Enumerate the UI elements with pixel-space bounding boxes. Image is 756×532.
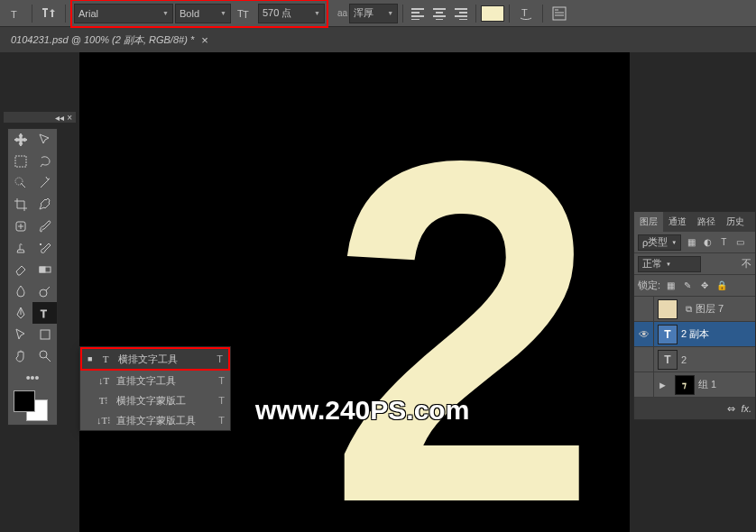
tab-layers[interactable]: 图层 (634, 212, 663, 232)
align-right-button[interactable] (451, 4, 471, 23)
flyout-item-label: 横排文字蒙版工 (116, 394, 186, 408)
quick-select-tool[interactable] (8, 172, 32, 194)
svg-rect-5 (15, 156, 26, 167)
blur-tool[interactable] (8, 280, 32, 302)
artboard-tool[interactable] (32, 129, 57, 151)
brush-tool[interactable] (32, 216, 57, 237)
watermark-text: www.240PS.com (255, 395, 469, 426)
align-left-button[interactable] (408, 4, 428, 23)
lock-label: 锁定: (638, 279, 660, 292)
text-color-swatch[interactable] (481, 5, 504, 22)
layer-name: 组 1 (698, 378, 716, 391)
text-orientation-toggle[interactable] (37, 3, 60, 24)
flyout-horizontal-type[interactable]: ■ T 横排文字工具 T (82, 349, 228, 369)
zoom-tool[interactable] (32, 345, 57, 367)
character-panel-button[interactable] (548, 3, 571, 24)
font-size-icon: TT (233, 3, 256, 24)
align-center-button[interactable] (429, 4, 449, 23)
svg-point-10 (40, 289, 47, 297)
font-weight-dropdown[interactable]: Bold (175, 4, 231, 23)
crop-tool[interactable] (8, 194, 32, 216)
lock-position-icon[interactable]: ✥ (697, 279, 712, 293)
toolbox: T ••• (7, 128, 58, 426)
type-icon: T (98, 353, 113, 364)
antialias-label: aa (337, 8, 347, 18)
font-size-dropdown[interactable]: 570 点 (258, 4, 325, 23)
lasso-tool[interactable] (32, 151, 57, 172)
svg-text:T: T (243, 9, 249, 20)
flyout-item-label: 横排文字工具 (118, 353, 178, 366)
history-brush-tool[interactable] (32, 237, 57, 259)
move-tool[interactable] (8, 129, 32, 151)
link-layers-icon[interactable]: ⇔ (727, 403, 735, 415)
gradient-tool[interactable] (32, 259, 57, 280)
svg-text:T: T (521, 7, 528, 18)
layer-thumb: T (658, 325, 678, 344)
dodge-tool[interactable] (32, 280, 57, 302)
eyedropper-tool[interactable] (32, 194, 57, 216)
flyout-horizontal-type-mask[interactable]: T⁝ 横排文字蒙版工 T (80, 390, 230, 410)
font-highlight-box: Arial Bold TT 570 点 (70, 0, 328, 28)
flyout-item-label: 直排文字蒙版工具 (116, 414, 196, 427)
flyout-vertical-type-mask[interactable]: ↓T⁝ 直排文字蒙版工具 T (80, 410, 230, 430)
hand-tool[interactable] (8, 345, 32, 367)
tab-paths[interactable]: 路径 (692, 212, 721, 232)
layer-row[interactable]: ⧉ 图层 7 (634, 297, 755, 322)
antialias-dropdown[interactable]: 浑厚 (349, 4, 398, 23)
layers-panel-footer: ⇔ fx. (634, 398, 755, 419)
edit-toolbar-button[interactable]: ••• (8, 367, 57, 389)
color-swatches[interactable] (8, 389, 57, 425)
lock-all-icon[interactable]: 🔒 (715, 279, 729, 293)
layer-row[interactable]: 👁 T 2 副本 (634, 322, 755, 347)
layer-thumb: T (658, 350, 678, 370)
spot-heal-tool[interactable] (8, 216, 32, 237)
filter-shape-icon[interactable]: ▭ (733, 235, 747, 250)
layer-row[interactable]: ► ⁊ 组 1 (634, 372, 755, 398)
chain-icon[interactable]: ⧉ (681, 302, 696, 316)
clone-stamp-tool[interactable] (8, 237, 32, 259)
type-mask-icon: T⁝ (97, 395, 111, 407)
opacity-cut: 不 (742, 257, 751, 271)
vertical-type-mask-icon: ↓T⁝ (97, 415, 111, 427)
canvas[interactable]: 2 www.240PS.com (79, 52, 630, 532)
fx-icon[interactable]: fx. (741, 403, 751, 414)
eraser-tool[interactable] (8, 259, 32, 280)
svg-text:T: T (11, 9, 17, 20)
text-layer-glyph: 2 (327, 88, 598, 532)
layer-name: 2 (681, 354, 687, 365)
shape-tool[interactable] (32, 324, 57, 345)
path-select-tool[interactable] (8, 324, 32, 345)
visibility-toggle[interactable]: 👁 (634, 322, 654, 347)
flyout-vertical-type[interactable]: ↓T 直排文字工具 T (80, 371, 230, 390)
tab-history[interactable]: 历史 (721, 212, 750, 232)
filter-type-icon[interactable]: T (716, 235, 731, 250)
fg-color-swatch[interactable] (14, 390, 35, 412)
folder-disclose[interactable]: ► (658, 380, 668, 390)
filter-pixel-icon[interactable]: ▦ (684, 235, 698, 250)
blend-mode-dropdown[interactable]: 正常 (638, 256, 701, 272)
layer-row[interactable]: T 2 (634, 347, 755, 372)
workspace: ◂◂ × T ••• 2 www.240PS.com (0, 52, 756, 532)
layer-filter-dropdown[interactable]: ρ 类型 (638, 234, 681, 251)
flyout-item-label: 直排文字工具 (116, 374, 176, 388)
visibility-toggle[interactable] (634, 347, 654, 372)
flyout-item-key: T (218, 375, 225, 386)
close-icon[interactable]: × (201, 33, 208, 47)
tab-channels[interactable]: 通道 (663, 212, 692, 232)
marquee-tool[interactable] (8, 151, 32, 172)
lock-image-icon[interactable]: ✎ (680, 279, 695, 293)
filter-adjust-icon[interactable]: ◐ (700, 235, 715, 250)
lock-transparent-icon[interactable]: ▦ (663, 279, 678, 293)
font-family-dropdown[interactable]: Arial (74, 4, 173, 23)
toolbox-header[interactable]: ◂◂ × (4, 112, 76, 123)
warp-text-button[interactable]: T (514, 3, 538, 24)
pen-tool[interactable] (8, 302, 32, 324)
visibility-toggle[interactable] (634, 297, 654, 322)
document-tab[interactable]: 0104231.psd @ 100% (2 副本, RGB/8#) * × (4, 28, 216, 51)
vertical-type-icon: ↓T (97, 375, 111, 386)
document-tabs: 0104231.psd @ 100% (2 副本, RGB/8#) * × (0, 27, 756, 52)
magic-wand-tool[interactable] (32, 172, 57, 194)
visibility-toggle[interactable] (634, 372, 654, 398)
type-tool[interactable]: T (32, 302, 57, 324)
flyout-item-key: T (218, 395, 225, 406)
